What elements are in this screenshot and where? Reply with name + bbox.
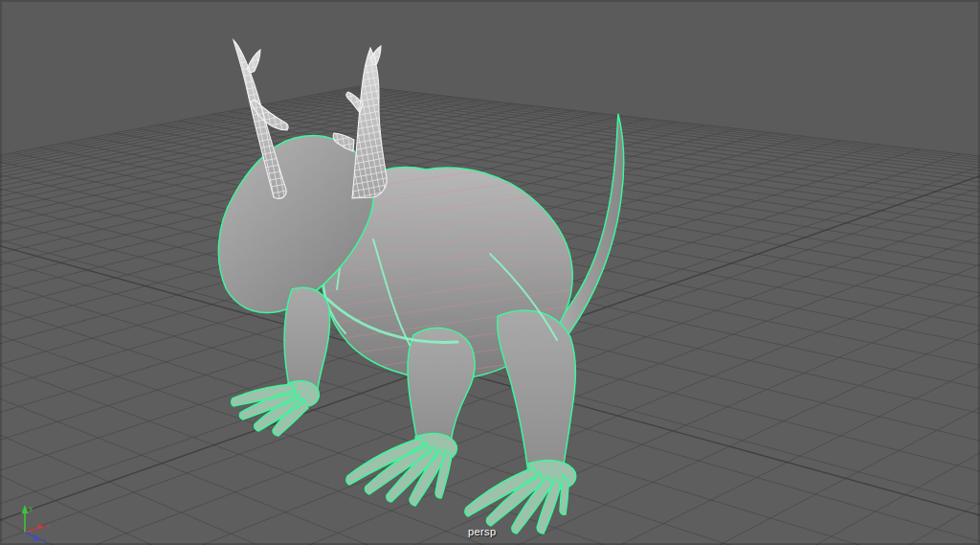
axis-x-label: x (45, 523, 49, 531)
perspective-viewport[interactable]: y x z persp (0, 0, 980, 545)
axis-z-label: z (42, 537, 46, 545)
camera-label: persp (468, 526, 497, 537)
axis-y-label: y (29, 505, 33, 512)
